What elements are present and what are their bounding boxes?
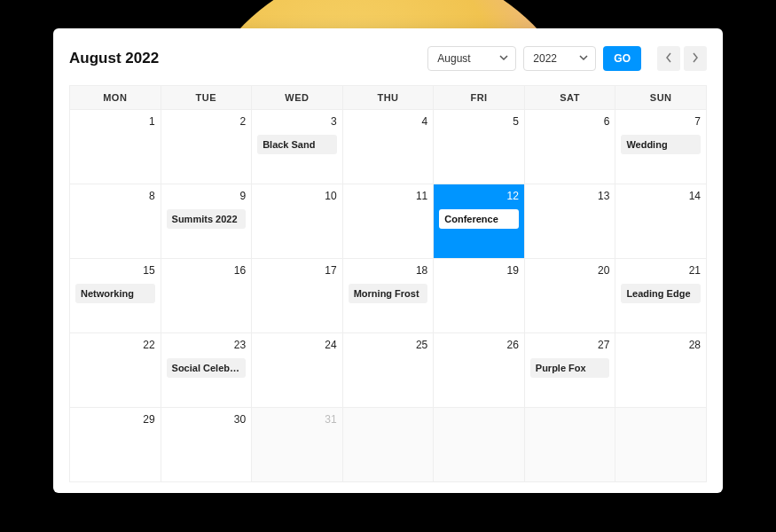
day-number: 4 — [349, 115, 428, 128]
event-chip[interactable]: Purple Fox — [530, 358, 610, 378]
day-number: 13 — [530, 190, 610, 202]
day-number: 6 — [530, 115, 610, 128]
calendar-cell — [524, 408, 615, 482]
day-number: 2 — [167, 115, 247, 128]
calendar-cell[interactable]: 15Networking — [70, 259, 161, 333]
calendar-cell[interactable]: 25 — [342, 333, 434, 408]
calendar-cell[interactable]: 18Morning Frost — [342, 259, 434, 333]
day-number: 28 — [621, 339, 701, 351]
calendar-cell[interactable]: 1 — [70, 110, 161, 184]
weekday-header: SUN — [615, 86, 707, 110]
day-number: 26 — [439, 339, 519, 351]
event-chip[interactable]: Leading Edge — [621, 284, 701, 303]
day-number: 17 — [257, 264, 337, 277]
calendar-cell[interactable]: 14 — [615, 184, 707, 259]
calendar-cell[interactable]: 23Social Celebr... — [161, 333, 252, 408]
event-chip[interactable]: Black Sand — [257, 135, 337, 154]
calendar-cell[interactable]: 3Black Sand — [252, 110, 343, 184]
day-number: 21 — [621, 264, 701, 277]
calendar-cell[interactable]: 19 — [434, 259, 525, 333]
calendar-cell[interactable]: 7Wedding — [615, 110, 707, 184]
calendar-cell[interactable]: 2 — [161, 110, 252, 184]
calendar-cell[interactable]: 31 — [252, 408, 343, 482]
day-number: 10 — [257, 190, 337, 202]
month-select[interactable]: August — [427, 46, 516, 71]
calendar-cell[interactable]: 17 — [252, 259, 343, 333]
calendar-cell[interactable]: 12Conference — [434, 184, 525, 259]
calendar-cell[interactable]: 5 — [434, 110, 525, 184]
day-number: 9 — [167, 190, 247, 202]
day-number: 20 — [530, 264, 610, 277]
calendar-cell[interactable]: 8 — [70, 184, 161, 259]
event-chip[interactable]: Morning Frost — [349, 284, 428, 303]
month-select-value: August — [437, 52, 470, 65]
day-number: 11 — [349, 190, 428, 202]
calendar-cell[interactable]: 21Leading Edge — [615, 259, 707, 333]
weekday-header: FRI — [434, 86, 525, 110]
next-button[interactable] — [684, 46, 707, 71]
day-number: 30 — [167, 413, 247, 426]
day-number: 3 — [257, 115, 337, 128]
calendar-cell — [342, 408, 434, 482]
calendar-grid: MON TUE WED THU FRI SAT SUN 123Black San… — [69, 85, 707, 482]
calendar-cell[interactable]: 11 — [342, 184, 434, 259]
event-chip[interactable]: Wedding — [621, 135, 701, 154]
weekday-row: MON TUE WED THU FRI SAT SUN — [70, 86, 707, 110]
chevron-right-icon — [692, 52, 699, 66]
calendar-cell[interactable]: 4 — [342, 110, 434, 184]
calendar-cell[interactable]: 16 — [161, 259, 252, 333]
calendar-card: August 2022 August 2022 GO — [53, 28, 723, 493]
weekday-header: TUE — [161, 86, 252, 110]
day-number: 5 — [439, 115, 519, 128]
chevron-left-icon — [665, 52, 672, 66]
calendar-cell[interactable]: 10 — [252, 184, 343, 259]
calendar-cell[interactable]: 20 — [524, 259, 615, 333]
day-number: 14 — [621, 190, 701, 202]
day-number: 25 — [349, 339, 428, 351]
calendar-cell[interactable]: 28 — [615, 333, 707, 408]
weekday-header: MON — [70, 86, 161, 110]
day-number: 22 — [75, 339, 155, 351]
year-select[interactable]: 2022 — [523, 46, 596, 71]
event-chip[interactable]: Social Celebr... — [167, 358, 247, 378]
prev-button[interactable] — [657, 46, 680, 71]
day-number: 15 — [75, 264, 155, 277]
day-number: 7 — [621, 115, 701, 128]
calendar-cell — [434, 408, 525, 482]
calendar-cell[interactable]: 6 — [524, 110, 615, 184]
day-number: 24 — [257, 339, 337, 351]
calendar-cell[interactable]: 24 — [252, 333, 343, 408]
chevron-down-icon — [499, 52, 508, 65]
calendar-row: 89Summits 2022101112Conference1314 — [70, 184, 707, 259]
event-chip[interactable]: Summits 2022 — [167, 209, 247, 229]
calendar-cell[interactable]: 22 — [70, 333, 161, 408]
day-number: 27 — [530, 339, 610, 351]
calendar-cell[interactable]: 26 — [434, 333, 525, 408]
calendar-cell[interactable]: 27Purple Fox — [524, 333, 615, 408]
day-number: 19 — [439, 264, 519, 277]
weekday-header: WED — [252, 86, 343, 110]
day-number: 8 — [75, 190, 155, 202]
day-number: 16 — [167, 264, 247, 277]
day-number: 23 — [167, 339, 247, 351]
day-number: 31 — [257, 413, 337, 426]
day-number: 12 — [439, 190, 519, 202]
weekday-header: SAT — [524, 86, 615, 110]
calendar-row: 293031 — [70, 408, 707, 482]
day-number: 29 — [75, 413, 155, 426]
calendar-cell[interactable]: 13 — [524, 184, 615, 259]
day-number: 1 — [75, 115, 155, 128]
calendar-row: 123Black Sand4567Wedding — [70, 110, 707, 184]
year-select-value: 2022 — [533, 52, 557, 65]
calendar-cell[interactable]: 9Summits 2022 — [161, 184, 252, 259]
event-chip[interactable]: Networking — [75, 284, 155, 303]
page-title: August 2022 — [69, 50, 427, 67]
calendar-cell — [615, 408, 707, 482]
toolbar: August 2022 August 2022 GO — [69, 46, 707, 71]
calendar-row: 15Networking161718Morning Frost192021Lea… — [70, 259, 707, 333]
calendar-cell[interactable]: 29 — [70, 408, 161, 482]
day-number: 18 — [349, 264, 428, 277]
calendar-cell[interactable]: 30 — [161, 408, 252, 482]
event-chip[interactable]: Conference — [439, 209, 519, 229]
go-button[interactable]: GO — [603, 46, 641, 71]
